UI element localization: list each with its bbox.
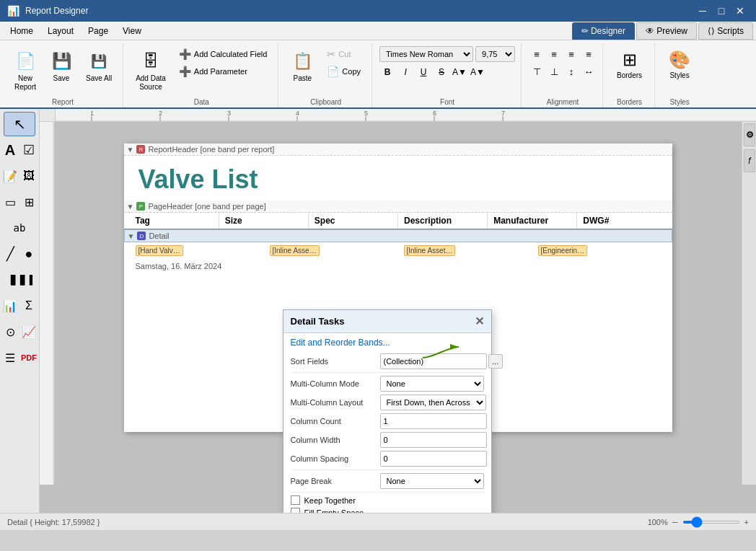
paste-button[interactable]: 📋 Paste [286,46,319,87]
menu-view[interactable]: View [115,23,149,39]
sigma-tool[interactable]: Σ [20,294,38,318]
add-parameter-icon: ➕ [179,66,191,77]
table-tool[interactable]: ⊞ [20,190,38,214]
close-button[interactable]: ✕ [731,3,749,19]
tab-preview[interactable]: 👁 Preview [636,22,697,40]
right-panel-btn-2[interactable]: f [744,149,755,172]
cut-button[interactable]: ✂ Cut [322,46,366,62]
menu-page[interactable]: Page [81,23,115,39]
italic-button[interactable]: I [397,64,413,80]
keep-together-checkbox[interactable] [291,495,300,505]
label-tool[interactable]: ab [4,216,35,240]
font-color-button[interactable]: A▼ [470,64,485,80]
field-inline-asset-2[interactable]: [Inline Asset… [398,245,532,257]
tab-designer[interactable]: ✏ Designer [572,22,635,40]
menu-layout[interactable]: Layout [40,23,81,39]
maximize-button[interactable]: □ [713,3,730,19]
page-break-select[interactable]: None Before Band After Band Before and A… [380,473,484,489]
add-calculated-field-button[interactable]: ➕ Add Calculated Field [174,46,273,62]
clipboard-small-buttons: ✂ Cut 📄 Copy [322,46,366,79]
detail-band-header: ▼ D Detail [124,229,672,242]
rich-text-tool[interactable]: 📝 [1,164,19,188]
multi-column-layout-select[interactable]: First Down, then Across First Across, th… [380,394,486,410]
detail-tasks-close-button[interactable]: ✕ [475,314,484,328]
ribbon-group-alignment: ≡ ≡ ≡ ≡ ⊤ ⊥ ↕ ↔ Alignment [523,43,603,107]
line-tool[interactable]: ╱ [1,242,19,266]
align-left-button[interactable]: ≡ [529,46,545,62]
right-panel-btn-1[interactable]: ⚙ [744,123,755,146]
highlight-button[interactable]: A▼ [452,64,467,80]
align-justify-v-button[interactable]: ↔ [581,63,597,79]
tab-scripts[interactable]: ⟨⟩ Scripts [698,22,753,40]
align-justify-button[interactable]: ≡ [581,46,597,62]
column-width-row: Column Width [291,432,484,448]
pointer-tool[interactable]: ↖ [4,112,35,136]
picture-tool[interactable]: 🖼 [20,164,38,188]
checkbox-tool[interactable]: ☑ [20,138,38,162]
copy-button[interactable]: 📄 Copy [322,63,366,79]
svg-text:5: 5 [364,110,368,117]
chart-tool[interactable]: 📊 [1,294,19,318]
align-row-2: ⊤ ⊥ ↕ ↔ [529,63,597,79]
pdf-tool[interactable]: PDF [20,345,38,370]
report-header-collapse[interactable]: ▼ [127,146,134,154]
sparkline-tool[interactable]: 📈 [20,319,38,344]
field-hand-valve[interactable]: [Hand Valv… [130,245,264,257]
add-data-source-button[interactable]: 🗄 Add DataSource [131,46,171,95]
align-right-button[interactable]: ≡ [563,46,579,62]
field-badge-4: [Engineerin… [538,245,588,256]
canvas-padding: ▼ R ReportHeader [one band per report] V… [54,122,742,485]
barcode-tool[interactable]: ▐▌▐▌▐ [4,268,35,292]
ribbon-group-borders-content: ⊞ Borders [610,46,649,95]
ribbon-group-data-content: 🗄 Add DataSource ➕ Add Calculated Field … [131,46,272,95]
minimize-button[interactable]: ─ [694,3,711,19]
column-count-label: Column Count [291,417,377,426]
zoom-in-button[interactable]: + [744,518,749,526]
sort-fields-btn[interactable]: … [488,354,503,369]
ellipse-tool[interactable]: ● [20,242,38,266]
styles-icon: 🎨 [669,50,690,70]
zoom-slider[interactable] [682,521,740,524]
menu-home[interactable]: Home [3,23,40,39]
field-inline-asset-1[interactable]: [Inline Asse… [264,245,398,257]
borders-button[interactable]: ⊞ Borders [610,46,649,83]
page-header-band: ▼ P PageHeader [one band per page] [124,200,672,213]
multi-column-mode-value: None UseColumnCount UseColumnWidth [380,376,484,392]
col-size: Size [219,213,309,229]
borders-group-label: Borders [610,95,649,107]
strikethrough-button[interactable]: S [434,64,449,80]
column-count-input[interactable] [380,413,487,429]
align-center-button[interactable]: ≡ [546,46,562,62]
canvas-area[interactable]: 1 2 3 4 5 6 7 [40,109,756,513]
column-spacing-value [380,451,487,467]
styles-button[interactable]: 🎨 Styles [662,46,697,83]
shape-tool[interactable]: ▭ [1,190,19,214]
underline-button[interactable]: U [416,64,431,80]
align-top-button[interactable]: ⊤ [529,63,545,79]
font-size-select[interactable]: 9,75 8 10 12 [475,46,515,62]
field-engineering[interactable]: [Engineerin… [532,245,667,257]
fill-empty-space-checkbox[interactable] [291,508,300,513]
align-middle-button[interactable]: ⊥ [546,63,562,79]
gauge-tool[interactable]: ⊙ [1,319,19,344]
bold-button[interactable]: B [379,64,395,80]
zoom-out-button[interactable]: ─ [672,518,678,526]
text-tool[interactable]: A [1,138,19,162]
align-bottom-button[interactable]: ↕ [563,63,579,79]
new-report-button[interactable]: 📄 NewReport [9,46,42,95]
save-button[interactable]: 💾 Save [45,46,78,87]
save-all-button[interactable]: 💾 Save All [81,46,117,87]
font-name-select[interactable]: Times New Roman Arial Calibri [379,46,473,62]
zoom-percent: 100% [648,518,668,526]
column-spacing-input[interactable] [380,451,487,467]
list-tool[interactable]: ☰ [1,345,19,370]
column-width-input[interactable] [380,432,487,448]
detail-collapse[interactable]: ▼ [128,232,135,240]
multi-column-mode-select[interactable]: None UseColumnCount UseColumnWidth [380,376,484,392]
add-parameter-button[interactable]: ➕ Add Parameter [174,63,273,79]
report-canvas[interactable]: ▼ R ReportHeader [one band per report] V… [124,144,672,432]
alignment-group-label: Alignment [529,95,597,107]
data-small-buttons: ➕ Add Calculated Field ➕ Add Parameter [174,46,273,79]
page-header-collapse[interactable]: ▼ [127,203,134,211]
report-title[interactable]: Valve List [124,156,672,200]
